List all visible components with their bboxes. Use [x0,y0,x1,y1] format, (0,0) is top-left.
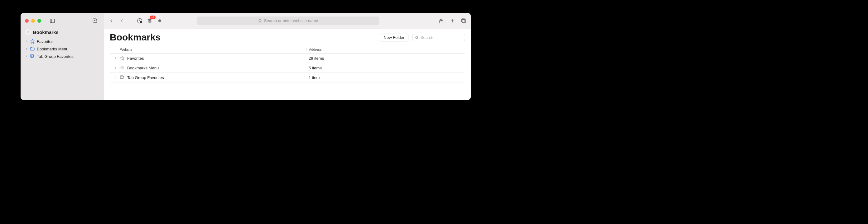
window-controls [25,19,41,23]
row-label: Favorites [127,56,144,61]
plus-square-icon [92,18,98,24]
table-row[interactable]: Bookmarks Menu 5 items [110,63,465,73]
extension-icon-3[interactable] [156,18,163,24]
search-icon [258,19,262,23]
page-title: Bookmarks [110,32,376,43]
extension-badge: +3 [150,15,156,20]
svg-rect-7 [31,55,34,58]
svg-point-11 [140,21,142,23]
chevron-right-icon[interactable] [114,57,117,60]
new-folder-button[interactable]: New Folder [380,34,408,41]
row-label: Tab Group Favorites [127,75,164,80]
svg-point-14 [259,19,261,22]
row-address-cell: 5 items [306,66,465,70]
right-toolbar [438,18,466,24]
minimize-window-button[interactable] [31,19,35,23]
chevron-left-icon [26,30,30,34]
svg-point-21 [415,36,418,38]
sidebar-item-favorites[interactable]: Favorites [23,38,102,45]
content-header: Bookmarks New Folder [110,32,465,43]
svg-rect-28 [120,76,123,78]
sidebar-back-button[interactable] [25,29,31,35]
extension-icons: +3 [136,18,163,24]
sidebar-item-label: Favorites [37,39,53,44]
sidebar-title: Bookmarks [33,30,59,35]
new-tab-button[interactable] [450,18,455,24]
table-header: Website Address [110,46,465,53]
nav-arrows [108,18,125,24]
chevron-right-icon[interactable] [114,66,117,69]
svg-line-22 [417,38,418,39]
tab-overview-button[interactable] [461,18,466,24]
svg-marker-23 [120,56,124,60]
table-row[interactable]: Favorites 29 items [110,53,465,63]
folder-icon [30,46,35,51]
svg-marker-9 [31,55,33,57]
row-label: Bookmarks Menu [127,66,159,70]
svg-line-15 [261,22,261,22]
bookmarks-table: Website Address Favorites 29 items [110,46,465,82]
toggle-sidebar-button[interactable] [48,16,57,25]
tab-group-icon [120,75,125,80]
sidebar-item-tab-group-favorites[interactable]: Tab Group Favorites [23,52,102,60]
sidebar-item-label: Bookmarks Menu [37,47,68,51]
extension-icon-2[interactable]: +3 [147,18,153,24]
toolbar: +3 Search or enter website name [104,13,471,29]
table-row[interactable]: Tab Group Favorites 1 item [110,73,465,82]
share-button[interactable] [438,18,444,24]
svg-marker-13 [148,21,152,23]
sidebar-list: Favorites Bookmarks Menu Tab Group Favor… [21,37,104,61]
chevron-right-icon[interactable] [114,76,117,79]
row-address-cell: 29 items [306,56,465,61]
row-website-cell: Bookmarks Menu [110,65,306,70]
main-area: +3 Search or enter website name Bookmark… [104,13,471,100]
back-button[interactable] [108,18,114,24]
svg-rect-19 [462,19,466,23]
flame-icon [156,18,163,24]
content: Bookmarks New Folder Website Address Fav [104,29,471,100]
address-bar[interactable]: Search or enter website name [197,16,379,25]
svg-rect-27 [121,76,124,79]
sidebar-icon [50,18,55,24]
chevron-right-icon [25,40,28,43]
row-website-cell: Tab Group Favorites [110,75,306,80]
forward-button[interactable] [119,18,125,24]
new-tab-group-button[interactable] [91,16,99,25]
sidebar-item-bookmarks-menu[interactable]: Bookmarks Menu [23,45,102,52]
chevron-right-icon [25,55,28,58]
svg-marker-6 [30,39,34,43]
sidebar: Bookmarks Favorites Bookmarks Menu Tab G… [21,13,104,100]
star-icon [120,56,125,61]
sidebar-item-label: Tab Group Favorites [37,54,73,59]
address-placeholder: Search or enter website name [264,18,318,23]
column-header-website[interactable]: Website [110,48,306,51]
chevron-right-icon [25,47,28,50]
close-window-button[interactable] [25,19,29,23]
sidebar-titlebar [21,13,104,29]
column-header-address[interactable]: Address [306,48,465,51]
row-website-cell: Favorites [110,56,306,61]
row-address-cell: 1 item [306,75,465,80]
search-input[interactable] [421,35,463,40]
app-window: Bookmarks Favorites Bookmarks Menu Tab G… [21,13,471,100]
star-icon [30,39,35,44]
svg-rect-0 [50,19,55,23]
extension-icon-1[interactable] [136,18,143,24]
search-box[interactable] [412,34,465,41]
shield-icon [136,18,143,24]
sidebar-header: Bookmarks [21,29,104,37]
menu-icon [120,65,125,70]
fullscreen-window-button[interactable] [37,19,41,23]
search-icon [415,35,419,39]
tab-group-icon [30,54,35,59]
